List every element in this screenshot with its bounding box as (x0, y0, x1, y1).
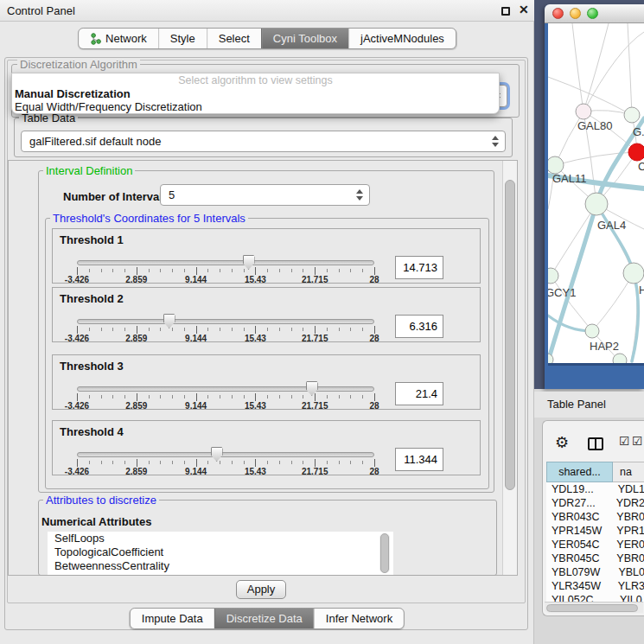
table-row[interactable]: YDR27...YDR2 (546, 496, 644, 510)
table-data-combobox[interactable]: galFiltered.sif default node (21, 131, 506, 152)
network-node[interactable] (548, 268, 558, 284)
numerical-attributes-list[interactable]: SelfLoopsTopologicalCoefficientBetweenne… (48, 532, 393, 575)
tab-cyni-toolbox[interactable]: Cyni Toolbox (261, 29, 348, 48)
application-window: Control Panel ✕ Network Style Select Cyn… (0, 0, 644, 644)
tab-jactivemnodules[interactable]: jActiveMNodules (348, 29, 456, 48)
table-cell[interactable]: YER054C (546, 538, 609, 552)
table-row[interactable]: YBR045CYBR0 (546, 552, 644, 565)
table-cell[interactable]: YBL0 (611, 565, 644, 579)
dropdown-placeholder-item[interactable]: Select algorithm to view settings (12, 73, 499, 87)
table-row[interactable]: YLR345WYLR3 (546, 579, 644, 593)
slider-track[interactable] (77, 260, 374, 265)
threshold-3-slider[interactable]: -3.4262.8599.14415.4321.71528 (77, 381, 374, 411)
network-node[interactable] (585, 324, 599, 338)
threshold-1-slider[interactable]: -3.4262.8599.14415.4321.71528 (77, 255, 374, 284)
minimize-traffic-light-icon[interactable] (570, 8, 581, 19)
apply-button[interactable]: Apply (236, 580, 286, 599)
list-scrollbar-thumb[interactable] (380, 533, 389, 573)
table-row[interactable]: YPR145WYPR1 (546, 524, 644, 538)
threshold-value-field[interactable] (395, 315, 443, 338)
threshold-2-slider[interactable]: -3.4262.8599.14415.4321.71528 (77, 314, 374, 343)
network-node[interactable] (548, 156, 564, 174)
table-cell[interactable]: YBR045C (546, 552, 609, 565)
network-node-label: GAL11 (552, 172, 587, 185)
vertical-scrollbar-thumb[interactable] (505, 180, 515, 490)
float-window-icon[interactable] (501, 7, 510, 16)
table-cell[interactable]: YIL0 (613, 593, 642, 602)
discretization-algorithm-group-title: Discretization Algorithm (17, 59, 140, 70)
table-row[interactable]: YER054CYER0 (546, 538, 644, 552)
slider-track[interactable] (77, 319, 374, 324)
slider-track[interactable] (77, 386, 374, 392)
table-cell[interactable]: YPR145W (546, 524, 609, 538)
slider-track[interactable] (77, 452, 374, 457)
number-of-intervals-combobox[interactable]: 5 (160, 184, 370, 206)
network-node[interactable] (624, 107, 640, 123)
close-icon[interactable]: ✕ (519, 3, 529, 16)
table-cell[interactable]: YBR0 (609, 510, 644, 524)
table-row[interactable]: YDL19...YDL1 (546, 482, 644, 496)
slider-tick (350, 395, 351, 399)
network-canvas[interactable]: GAL80G.CGAL11GAL4GCY1HHAP2 (548, 23, 644, 363)
columns-icon[interactable] (588, 437, 603, 450)
network-node[interactable] (613, 354, 627, 363)
table-cell[interactable]: YIL052C (546, 593, 613, 602)
network-node[interactable] (628, 143, 644, 161)
slider-tick (267, 461, 268, 464)
slider-tick (255, 393, 256, 401)
table-cell[interactable]: YDL19... (546, 482, 611, 496)
gear-icon[interactable]: ⚙ (555, 435, 569, 450)
network-node[interactable] (585, 193, 608, 215)
slider-tick (172, 328, 173, 331)
table-cell[interactable]: YER0 (609, 538, 644, 552)
table-cell[interactable]: YLR345W (546, 579, 611, 593)
zoom-traffic-light-icon[interactable] (587, 8, 598, 19)
tab-network[interactable]: Network (79, 29, 158, 48)
threshold-value-field[interactable] (395, 382, 443, 405)
slider-tick (184, 328, 185, 331)
tab-discretize-data[interactable]: Discretize Data (214, 609, 314, 628)
threshold-value-field[interactable] (395, 448, 443, 471)
threshold-value-field[interactable] (395, 256, 443, 279)
table-cell[interactable]: YPR1 (609, 524, 644, 538)
table-cell[interactable]: YBR0 (609, 552, 644, 565)
network-node[interactable] (576, 104, 591, 119)
threshold-label: Threshold 4 (60, 425, 124, 438)
table-row[interactable]: YBR043CYBR0 (546, 510, 644, 524)
slider-tick (327, 269, 328, 272)
tab-impute-data[interactable]: Impute Data (131, 609, 214, 628)
list-scrollbar[interactable] (379, 533, 390, 573)
network-node[interactable] (623, 263, 644, 284)
column-header-shared[interactable]: shared... (546, 462, 613, 482)
table-cell[interactable]: YBL079W (546, 565, 611, 579)
tab-infer-network[interactable]: Infer Network (314, 609, 404, 628)
threshold-4-slider[interactable]: -3.4262.8599.14415.4321.71528 (77, 447, 374, 476)
tab-style[interactable]: Style (158, 29, 207, 48)
attribute-item[interactable]: BetweennessCentrality (48, 559, 393, 573)
table-row[interactable]: YIL052CYIL0 (546, 593, 644, 602)
table-cell[interactable]: YDR27... (546, 496, 609, 510)
table-cell[interactable]: YBR043C (546, 510, 609, 524)
slider-tick (255, 459, 256, 467)
table-cell[interactable]: YDR2 (609, 496, 644, 510)
network-node[interactable] (548, 354, 553, 363)
checkbox-checked-icon[interactable]: ☑ (619, 434, 630, 448)
table-cell[interactable]: YLR3 (611, 579, 644, 593)
tab-select[interactable]: Select (207, 29, 261, 48)
attribute-item[interactable]: TopologicalCoefficient (48, 545, 393, 559)
vertical-scrollbar[interactable] (502, 161, 517, 575)
table-cell[interactable]: YDL1 (611, 482, 644, 496)
slider-tick (232, 269, 233, 272)
slider-tick-label: 2.859 (125, 334, 147, 343)
horizontal-scrollbar[interactable] (545, 602, 643, 613)
column-header-name[interactable]: na (613, 462, 644, 482)
dropdown-item-manual-discretization[interactable]: Manual Discretization (12, 87, 499, 100)
network-icon (90, 33, 101, 45)
threshold-2-panel: Threshold 2 -3.4262.8599.14415.4321.7152… (52, 287, 481, 342)
close-traffic-light-icon[interactable] (552, 8, 564, 19)
horizontal-scrollbar-thumb[interactable] (546, 604, 638, 612)
checkbox-checked-icon[interactable]: ☑ (632, 434, 643, 448)
dropdown-item-equal-width-frequency[interactable]: Equal Width/Frequency Discretization (12, 100, 499, 113)
table-row[interactable]: YBL079WYBL0 (546, 565, 644, 579)
attribute-item[interactable]: SelfLoops (48, 532, 393, 545)
